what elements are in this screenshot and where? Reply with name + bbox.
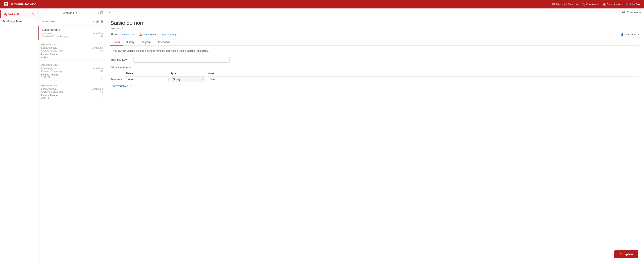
task-assignee: John Doe <box>92 67 103 70</box>
extra-value: 234443 <box>41 97 49 99</box>
task-list-collapse-btn[interactable]: ‹ <box>98 11 99 14</box>
sidebar-item-label: My Tasks (4) <box>4 13 19 16</box>
paperclip-icon: 📎 <box>582 3 585 6</box>
task-list-add-btn[interactable]: + <box>76 11 78 15</box>
task-item-title: Approve Loan <box>41 63 103 66</box>
form-info-text: You can set variables, using a generic f… <box>113 49 209 52</box>
detail-panel: › ❐ Add Comment + Saisie du nom Hellowor… <box>106 8 644 264</box>
task-list-scroll: Saisie du nom Helloworld John Doe Create… <box>38 26 106 264</box>
link-icon[interactable]: 🔗 <box>96 19 100 23</box>
due-date-action[interactable]: 🔔 Set due date <box>139 33 157 36</box>
load-variables-link[interactable]: Load Variables ⓘ <box>110 84 640 88</box>
info-icon: ℹ <box>110 49 112 53</box>
task-item-extra: Invoice Amount: 11111 <box>41 53 103 58</box>
add-variable-link[interactable]: Add a variable ＋ <box>110 66 640 69</box>
task-list-header-left: ‹ <box>41 11 42 14</box>
detail-subtitle: Helloworld <box>110 27 640 30</box>
add-groups-action[interactable]: ⊞ Add groups <box>162 33 178 36</box>
task-item-saisie-du-nom[interactable]: Saisie du nom Helloworld John Doe Create… <box>38 26 106 40</box>
svg-text:C: C <box>5 3 6 5</box>
brand-label: Camunda Tasklist <box>10 2 36 6</box>
variable-value-input[interactable] <box>208 76 640 82</box>
task-filter-input[interactable] <box>41 19 92 24</box>
business-key-input[interactable] <box>134 57 230 63</box>
detail-footer: Complete <box>106 249 644 264</box>
task-created: Created 5 days ago <box>41 49 63 52</box>
task-list-prev-btn[interactable]: ‹ <box>41 11 42 14</box>
tab-description[interactable]: Description <box>154 39 173 45</box>
assignee-display: 👤 John Doe ✕ <box>621 33 640 36</box>
task-created: Created 5 days ago <box>41 90 63 93</box>
task-item-created: Created 38 minutes ago 50 <box>42 35 103 38</box>
business-key-label: Business Key <box>110 58 134 61</box>
extra-value: 11111 <box>41 55 48 58</box>
task-item-approve-loan-3[interactable]: Approve Loan Loan Approval John Doe Crea… <box>38 81 106 102</box>
task-item-sub: Loan Approval John Doe <box>41 87 103 90</box>
task-list-panel: ‹ Created + ‹ ❐ 4 🔗 ⊞ <box>38 8 106 264</box>
expand-icon[interactable]: ⌄ <box>100 76 103 79</box>
task-item-approve-loan-1[interactable]: Approve Loan Loan Approval John Doe Crea… <box>38 40 106 61</box>
task-list-expand-btn[interactable]: ❐ <box>100 11 103 14</box>
main-layout: My Tasks (4) ✏️ My Group Tasks ‹ Created… <box>0 8 644 264</box>
detail-collapse-btn[interactable]: › <box>109 10 110 14</box>
task-item-title: Saisie du nom <box>42 28 103 31</box>
task-item-title: Approve Loan <box>41 84 103 87</box>
business-key-row: Business Key <box>110 57 640 63</box>
detail-content: Saisie du nom Helloworld 📅 Set follow-up… <box>106 16 644 249</box>
task-badge: 50 <box>100 35 103 38</box>
add-icon: ＋ <box>128 66 131 69</box>
calendar-icon: 📅 <box>110 33 114 36</box>
col-name-header: Name <box>126 72 168 75</box>
sidebar-item-label: My Group Tasks <box>3 20 22 23</box>
start-process-link[interactable]: 📋 Start process <box>603 3 622 6</box>
groups-icon: ⊞ <box>162 33 164 36</box>
user-icon: 👤 <box>625 3 628 6</box>
expand-icon[interactable]: ⌄ <box>100 97 103 100</box>
task-process: Loan Approval <box>41 67 57 70</box>
variable-type-select[interactable]: String Integer Long Double Boolean Date … <box>171 76 206 82</box>
remove-variable-btn[interactable]: Remove ✕ <box>110 78 124 81</box>
sidebar-item-my-group-tasks[interactable]: My Group Tasks <box>0 18 38 25</box>
task-item-sub: Loan Approval John Doe <box>41 46 103 49</box>
variable-name-input[interactable] <box>126 76 168 82</box>
task-item-title: Approve Loan <box>41 42 103 46</box>
task-item-extra: Invoice Amount: 2222222 <box>41 73 103 79</box>
question-icon: ⓘ <box>129 84 132 88</box>
logo-icon: C <box>4 2 8 6</box>
task-badge: 50 <box>100 90 103 93</box>
topnav-actions: ⌨ Keyboard Shortcuts 📎 Create task 📋 Sta… <box>552 3 640 6</box>
form-info-box: ℹ You can set variables, using a generic… <box>110 49 640 53</box>
task-item-approve-loan-2[interactable]: Approve Loan Loan Approval John Doe Crea… <box>38 61 106 81</box>
detail-toolbar-left: › ❐ <box>109 10 114 14</box>
follow-up-date-action[interactable]: 📅 Set follow-up date <box>110 33 134 36</box>
keyboard-shortcuts-link[interactable]: ⌨ Keyboard Shortcuts <box>552 3 578 6</box>
task-item-created: Created 5 days ago 50 <box>41 70 103 73</box>
expand-icon[interactable]: ⌄ <box>100 56 103 59</box>
sidebar: My Tasks (4) ✏️ My Group Tasks <box>0 8 38 264</box>
bell-icon: 🔔 <box>139 33 142 36</box>
task-assignee: John Doe <box>92 87 103 90</box>
detail-expand-btn[interactable]: ❐ <box>112 10 114 14</box>
edit-icon[interactable]: ✏️ <box>31 12 35 16</box>
task-list-nav: ‹ ❐ <box>98 11 103 14</box>
create-task-link[interactable]: 📎 Create task <box>582 3 599 6</box>
task-filter-bar: 4 🔗 ⊞ <box>38 17 106 26</box>
list-icon: 📋 <box>603 3 606 6</box>
extra-label: Invoice Amount: <box>41 73 103 76</box>
add-comment-button[interactable]: Add Comment + <box>621 11 641 14</box>
complete-button[interactable]: Complete <box>614 250 638 258</box>
task-filter-count: 4 <box>93 20 95 23</box>
user-menu[interactable]: 👤 John Doe <box>625 3 640 6</box>
tab-form[interactable]: Form <box>110 39 123 45</box>
tab-diagram[interactable]: Diagram <box>137 39 154 45</box>
variable-row-0: Remove ✕ String Integer Long Double Bool… <box>110 76 640 82</box>
task-list-sort-btn[interactable]: Created <box>63 11 74 14</box>
remove-assignee-btn[interactable]: ✕ <box>637 33 640 36</box>
keyboard-icon: ⌨ <box>552 3 555 6</box>
tab-history[interactable]: History <box>123 39 138 45</box>
sidebar-item-my-tasks[interactable]: My Tasks (4) ✏️ <box>0 10 38 18</box>
task-item-sub: Helloworld John Doe <box>42 32 103 35</box>
task-created: Created 5 days ago <box>41 70 63 73</box>
variable-table-header: Name Type Value <box>110 72 640 75</box>
filter-icon[interactable]: ⊞ <box>101 19 103 23</box>
